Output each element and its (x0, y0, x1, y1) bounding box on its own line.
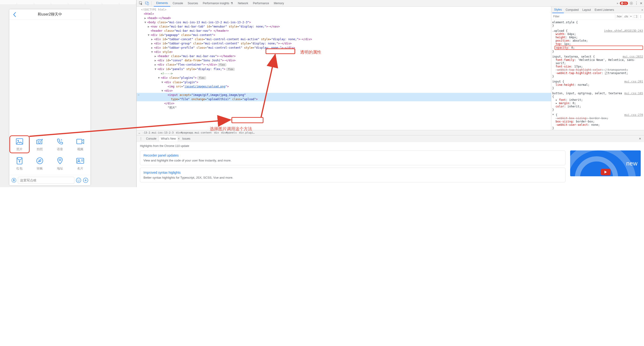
whatsnew-card[interactable]: Recorder panel updatesView and highlight… (140, 150, 566, 165)
transfer-icon: ¥ (36, 157, 44, 165)
css-rule[interactable]: index.shtml…A91D13D:243.upload {width: 6… (552, 29, 643, 53)
styles-tab-event-listeners[interactable]: Event Listeners (593, 7, 616, 13)
device-toggle-button[interactable] (144, 0, 150, 6)
dom-node[interactable]: "照片" (137, 105, 551, 110)
dom-node[interactable]: <!----> (137, 71, 551, 76)
message-input[interactable] (18, 177, 74, 184)
breadcrumb-item[interactable]: div#panels (221, 131, 236, 134)
dom-node[interactable]: type="file" onchange="upload(this)" clas… (137, 97, 551, 101)
breadcrumb-item[interactable]: -13-2.mui-ios-13-2-3 (142, 131, 174, 134)
computed-toggle[interactable] (633, 14, 638, 18)
dom-node[interactable]: ▶<nav class="mui-bar mui-bar-tab" id="me… (137, 24, 551, 29)
close-whatsnew-tab[interactable]: ✕ (178, 137, 180, 140)
plugin-location[interactable]: 地址 (50, 155, 70, 173)
card-title[interactable]: Improved syntax higlights (144, 171, 562, 174)
styles-tab-styles[interactable]: Styles (552, 6, 564, 13)
dom-node[interactable]: ▼<div style> (137, 50, 551, 54)
emoji-button[interactable] (76, 177, 82, 183)
breadcrumb[interactable]: …-13-2.mui-ios-13-2-3div#pageapp.mui-con… (137, 130, 644, 135)
hov-toggle[interactable]: :hov (615, 14, 622, 18)
rule-source-link[interactable]: mui.css:2832 (622, 55, 643, 58)
menu-button[interactable]: ⋮ (634, 1, 638, 5)
drawer-menu-button[interactable]: ⋮ (138, 137, 144, 140)
promo-video[interactable]: new (570, 150, 641, 176)
css-rule[interactable]: element.style {} (552, 21, 643, 27)
dom-node[interactable]: <html> (137, 12, 551, 16)
css-rule[interactable]: mui.css:2832input, textarea, select {fon… (552, 55, 643, 78)
css-rule[interactable]: mui.css:165button, input, optgroup, sele… (552, 92, 643, 111)
rule-source-link[interactable]: mui.css:201 (624, 80, 643, 83)
dom-node[interactable]: <input accept="image/gif,image/jpeg,imag… (137, 93, 551, 97)
breadcrumb-item[interactable]: div.plugi… (239, 131, 255, 134)
styles-filter-input[interactable] (552, 14, 615, 19)
rule-source-link[interactable]: mui.css:270 (624, 113, 643, 117)
more-styles-button[interactable]: ⋮ (638, 14, 643, 18)
cls-toggle[interactable]: .cls (622, 14, 629, 18)
close-devtools-button[interactable]: ✕ (640, 1, 642, 5)
chat-body (10, 20, 90, 133)
elements-tree[interactable]: <!DOCTYPE html> <html> ▶<head>⋯</head> ▼… (137, 6, 551, 130)
card-desc: View and highlight the code of your user… (144, 159, 562, 162)
devtools-tab-console[interactable]: Console (170, 0, 185, 6)
dom-node[interactable]: ▶<div id="tabbar-group" class="mui-contr… (137, 41, 551, 46)
breadcrumb-item[interactable]: … (138, 131, 140, 134)
dom-node[interactable]: ▼<div class="plugins">flex (137, 76, 551, 80)
dom-node[interactable]: ▼<div class="plugin"> (137, 80, 551, 84)
dom-node[interactable]: ▼<body class="mui-ios mui-ios-13 mui-ios… (137, 20, 551, 24)
devtools-tab-sources[interactable]: Sources (185, 0, 200, 6)
dom-node[interactable]: ▶<div id="tabbar-concat" class="mui-cont… (137, 37, 551, 41)
svg-text:¥: ¥ (19, 160, 20, 163)
dom-node[interactable]: ▼<div id="pageapp" class="mui-content"> (137, 33, 551, 37)
drawer-tab-whatsnew[interactable]: What's New (159, 136, 178, 141)
drawer-tab-console[interactable]: Console (144, 136, 158, 141)
dom-node[interactable]: </div> (137, 101, 551, 105)
drawer-heading: Highlights from the Chrome 110 update (140, 144, 641, 148)
dom-doctype[interactable]: <!DOCTYPE html> (137, 7, 551, 12)
devtools-tab-network[interactable]: Network (236, 0, 250, 6)
dom-node[interactable]: ▼<div id="panels" style="display: flex;"… (137, 67, 551, 71)
whatsnew-card[interactable]: Improved syntax higlightsBetter syntax h… (140, 168, 566, 182)
plugin-transfer[interactable]: ¥转账 (30, 155, 50, 173)
devtools-tab-elements[interactable]: Elements (154, 0, 170, 6)
card-title[interactable]: Recorder panel updates (144, 153, 562, 157)
dom-node[interactable]: ▶<div id="convo" data-from="Sonu Joshi">… (137, 58, 551, 62)
dom-node[interactable]: ▶<div class="flex-container">⋯</div>flex (137, 62, 551, 67)
close-drawer-button[interactable]: ✕ (638, 137, 642, 140)
styles-tab-layout[interactable]: Layout (580, 7, 593, 13)
dom-node[interactable]: ▼<div> (137, 89, 551, 93)
more-tabs-button[interactable]: » (617, 2, 618, 5)
breadcrumb-item[interactable]: div (214, 131, 219, 134)
breadcrumb-item[interactable]: div#pageapp.mui-content (176, 131, 212, 134)
settings-button[interactable] (630, 1, 633, 5)
back-button[interactable] (10, 9, 20, 20)
dom-node[interactable]: ▶<head>⋯</head> (137, 16, 551, 20)
rule-source-link[interactable]: index.shtml…A91D13D:243 (604, 29, 643, 32)
plugin-phone-sound[interactable]: 语音 (50, 135, 70, 153)
error-count-badge[interactable]: 15 (620, 2, 628, 5)
dom-node[interactable]: <header class="mui-bar mui-bar-nav"> </h… (137, 29, 551, 33)
new-rule-button[interactable]: + (629, 14, 633, 18)
inspect-icon (139, 1, 143, 5)
more-styles-tabs[interactable]: » (642, 8, 643, 11)
plugin-red-envelope[interactable]: ¥红包 (10, 155, 30, 173)
devtools-tab-performance-insights[interactable]: Performance insights ⚗ (200, 0, 236, 6)
css-rule[interactable]: mui.css:270* {-webkit-box-sizing: border… (552, 113, 643, 130)
plugin-image[interactable]: 照片 (10, 135, 30, 153)
panel-icon (634, 15, 637, 18)
styles-tab-computed[interactable]: Computed (564, 7, 580, 13)
css-rule[interactable]: mui.css:201input {line-height: normal;} (552, 80, 643, 90)
voice-input-button[interactable] (11, 178, 16, 183)
rule-source-link[interactable]: mui.css:165 (624, 92, 643, 95)
plugin-contact-card[interactable]: 名片 (70, 155, 90, 173)
add-button[interactable] (83, 177, 88, 183)
devtools-tab-performance[interactable]: Performance (250, 0, 272, 6)
dom-node[interactable]: <img src="/asset/images/upload.png"> (137, 84, 551, 89)
dom-node[interactable]: ▶<div id="tabbar-profile" class="mui-con… (137, 46, 551, 50)
inspect-element-button[interactable] (138, 0, 144, 6)
drawer-tab-issues[interactable]: Issues (180, 136, 192, 141)
plugin-video[interactable]: 视频 (70, 135, 90, 153)
dom-node[interactable]: ▶<header class="mui-bar mui-bar-nav">⋯</… (137, 54, 551, 58)
plugin-camera-plus[interactable]: 拍照 (30, 135, 50, 153)
devtools-tab-memory[interactable]: Memory (272, 0, 286, 6)
styles-rules[interactable]: element.style {}index.shtml…A91D13D:243.… (551, 20, 644, 130)
